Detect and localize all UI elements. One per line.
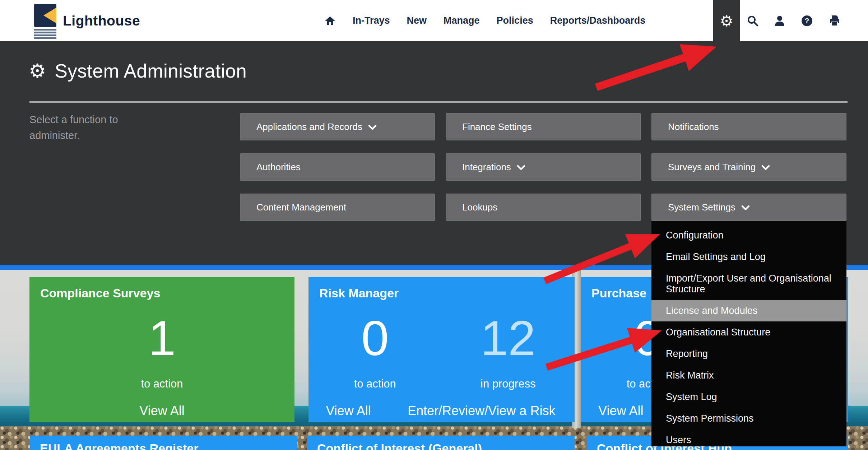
stats-row: 1 to action [29,313,294,390]
stat: 0 to action [308,313,442,390]
page-title: System Administration [55,60,247,82]
gear-icon: ⚙ [720,14,733,29]
nav-item-new[interactable]: New [407,15,427,26]
button-label: Authorities [256,162,301,173]
stat-value: 12 [481,313,536,363]
admin-button-applications-and-records[interactable]: Applications and Records [240,113,435,140]
page-title-row: ⚙ System Administration [29,60,247,82]
nav-menu: In-Trays New Manage Policies Reports/Das… [324,0,645,41]
chevron-down-icon [368,125,377,130]
svg-text:?: ? [805,17,809,25]
nav-item-policies[interactable]: Policies [497,15,533,26]
tile-link-view-all[interactable]: View All [139,403,184,418]
title-gear-icon: ⚙ [29,61,46,81]
dropdown-item-risk-matrix[interactable]: Risk Matrix [651,365,846,386]
page: Lighthouse In-Trays New Manage Policies … [0,0,868,450]
admin-button-finance-settings[interactable]: Finance Settings [446,113,641,140]
button-label: Applications and Records [256,121,362,133]
tile-title: Conflict of Interest (General) [317,441,482,450]
stat: 1 to action [29,313,294,390]
tile-link-view-all[interactable]: View All [598,403,643,418]
admin-button-surveys-and-training[interactable]: Surveys and Training [651,153,846,181]
button-label: Integrations [462,162,511,173]
dropdown-item-system-log[interactable]: System Log [651,386,846,408]
nav-icon-bar: ? [747,0,841,41]
chevron-down-icon [517,165,525,171]
tile-eula-agreements-register[interactable]: EULA Agreements Register [30,436,297,450]
page-subtitle: Select a function to administer. [29,112,166,143]
dropdown-item-email-settings-and-log[interactable]: Email Settings and Log [651,246,846,268]
button-label: Notifications [668,121,719,133]
search-icon[interactable] [747,15,758,27]
tile-link-view-all[interactable]: View All [326,403,371,418]
nav-item-in-trays[interactable]: In-Trays [353,15,390,26]
dropdown-item-import-export-user-org-structure[interactable]: Import/Export User and Organisational St… [651,268,846,300]
nav-home[interactable] [324,15,336,26]
divider [29,101,848,103]
stat-label: to action [141,377,183,390]
button-label: Surveys and Training [668,162,756,173]
home-icon [324,15,336,26]
dropdown-item-system-permissions[interactable]: System Permissions [651,408,846,429]
tile-title: EULA Agreements Register [40,441,199,450]
admin-button-integrations[interactable]: Integrations [446,153,641,181]
lighthouse-logo-icon [34,3,57,39]
stat-value: 1 [148,313,176,363]
admin-button-lookups[interactable]: Lookups [446,194,641,221]
tile-link-enter-review-view-risk[interactable]: Enter/Review/View a Risk [408,403,556,418]
nav-item-manage[interactable]: Manage [444,15,480,26]
tile-conflict-of-interest-general[interactable]: Conflict of Interest (General) [307,436,575,450]
admin-button-system-settings[interactable]: System Settings [651,194,846,221]
tile-title: Purchase [591,286,646,300]
dropdown-item-organisational-structure[interactable]: Organisational Structure [651,321,846,343]
links-row: View All [29,403,294,418]
stat-label: in progress [481,377,535,390]
admin-button-notifications[interactable]: Notifications [651,113,846,140]
stat-label: to action [354,377,396,390]
nav-item-reports-dashboards[interactable]: Reports/Dashboards [550,15,646,26]
button-label: Lookups [462,202,497,213]
admin-button-content-management[interactable]: Content Management [240,194,435,221]
user-icon[interactable] [774,15,785,27]
button-label: Content Management [256,202,346,213]
dropdown-item-license-and-modules[interactable]: License and Modules [651,300,846,321]
stat-value: 0 [361,313,389,363]
button-label: Finance Settings [462,121,532,133]
stat: 12 in progress [442,313,575,390]
tile-title: Risk Manager [319,286,399,300]
links-row: View All Enter/Review/View a Risk [308,403,575,418]
tile-title: Compliance Surveys [40,286,160,300]
print-icon[interactable] [828,15,841,27]
admin-function-grid: Applications and Records Finance Setting… [240,113,846,221]
button-label: System Settings [668,202,735,213]
tile-risk-manager: Risk Manager 0 to action 12 in progress … [308,277,575,422]
stats-row: 0 to action 12 in progress [308,313,575,390]
dropdown-item-configuration[interactable]: Configuration [651,224,846,246]
tile-compliance-surveys: Compliance Surveys 1 to action View All [29,277,294,422]
chevron-down-icon [761,165,770,171]
chevron-down-icon [741,205,750,211]
help-icon[interactable]: ? [801,15,813,27]
dropdown-item-users[interactable]: Users [651,429,846,446]
system-admin-gear-tab[interactable]: ⚙ [713,0,740,42]
system-settings-dropdown: Configuration Email Settings and Log Imp… [651,221,846,446]
brand-name: Lighthouse [63,13,140,29]
brand-logo[interactable]: Lighthouse [34,0,140,41]
navbar: Lighthouse In-Trays New Manage Policies … [0,0,868,41]
admin-button-authorities[interactable]: Authorities [240,153,435,181]
dropdown-item-reporting[interactable]: Reporting [651,343,846,365]
